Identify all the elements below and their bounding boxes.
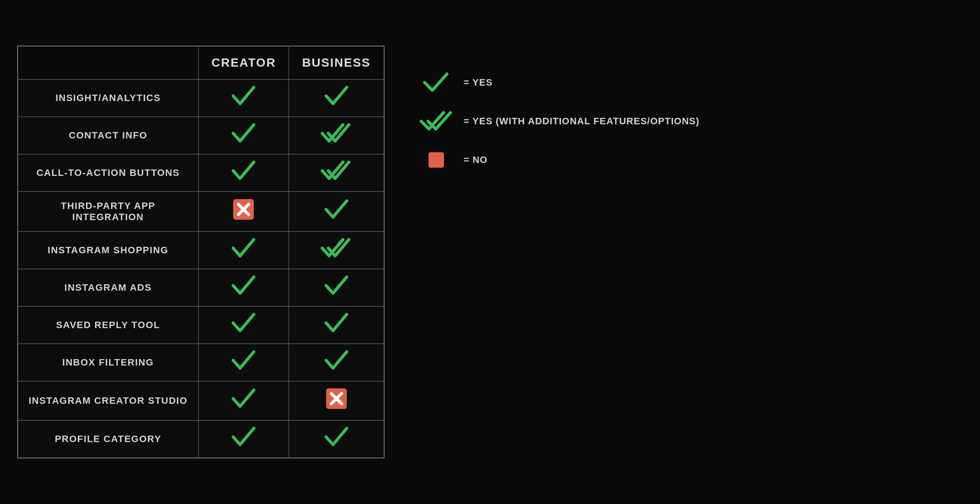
legend-double-check-icon — [419, 110, 453, 132]
legend-item-yes: = YES — [419, 71, 700, 94]
business-value — [289, 232, 384, 269]
business-value — [289, 381, 384, 421]
legend-item-yes-extra: = YES (WITH ADDITIONAL FEATURES/OPTIONS) — [419, 110, 700, 132]
creator-value — [198, 154, 289, 192]
feature-label: INSTAGRAM SHOPPING — [18, 232, 198, 269]
table-row: INSTAGRAM CREATOR STUDIO — [18, 381, 384, 421]
table-row: INSTAGRAM SHOPPING — [18, 232, 384, 269]
business-header: BUSINESS — [289, 46, 384, 80]
creator-value — [198, 421, 289, 458]
table-header-row: CREATOR BUSINESS — [18, 46, 384, 80]
feature-label: INBOX FILTERING — [18, 344, 198, 381]
business-value — [289, 154, 384, 192]
creator-value — [198, 80, 289, 117]
table-row: PROFILE CATEGORY — [18, 421, 384, 458]
creator-value — [198, 192, 289, 232]
legend-check-icon — [419, 71, 453, 94]
feature-label: INSTAGRAM ADS — [18, 269, 198, 307]
business-value — [289, 192, 384, 232]
comparison-table: CREATOR BUSINESS INSIGHT/ANALYTICS CONTA… — [17, 46, 385, 458]
creator-header: CREATOR — [198, 46, 289, 80]
creator-value — [198, 344, 289, 381]
feature-label: THIRD-PARTY APP INTEGRATION — [18, 192, 198, 232]
business-value — [289, 307, 384, 344]
table-row: INSTAGRAM ADS — [18, 269, 384, 307]
legend-yes-extra-text: = YES (WITH ADDITIONAL FEATURES/OPTIONS) — [464, 116, 700, 127]
table-row: INSIGHT/ANALYTICS — [18, 80, 384, 117]
business-value — [289, 117, 384, 154]
feature-label: CONTACT INFO — [18, 117, 198, 154]
business-value — [289, 344, 384, 381]
table-row: THIRD-PARTY APP INTEGRATION — [18, 192, 384, 232]
business-value — [289, 80, 384, 117]
table-row: CONTACT INFO — [18, 117, 384, 154]
business-value — [289, 269, 384, 307]
feature-label: PROFILE CATEGORY — [18, 421, 198, 458]
business-value — [289, 421, 384, 458]
legend-yes-text: = YES — [464, 77, 493, 88]
feature-label: INSIGHT/ANALYTICS — [18, 80, 198, 117]
legend-no-text: = NO — [464, 154, 488, 166]
feature-label: SAVED REPLY TOOL — [18, 307, 198, 344]
feature-label: INSTAGRAM CREATOR STUDIO — [18, 381, 198, 421]
table-row: SAVED REPLY TOOL — [18, 307, 384, 344]
table-row: CALL-TO-ACTION BUTTONS — [18, 154, 384, 192]
page-wrapper: CREATOR BUSINESS INSIGHT/ANALYTICS CONTA… — [17, 46, 963, 458]
creator-value — [198, 381, 289, 421]
legend-panel: = YES = YES (WITH ADDITIONAL FEATURES/OP… — [419, 46, 700, 171]
legend-item-no: = NO — [419, 149, 700, 171]
table-row: INBOX FILTERING — [18, 344, 384, 381]
feature-label: CALL-TO-ACTION BUTTONS — [18, 154, 198, 192]
creator-value — [198, 117, 289, 154]
creator-value — [198, 269, 289, 307]
creator-value — [198, 307, 289, 344]
legend-cross-icon — [419, 149, 453, 171]
feature-header — [18, 46, 198, 80]
creator-value — [198, 232, 289, 269]
